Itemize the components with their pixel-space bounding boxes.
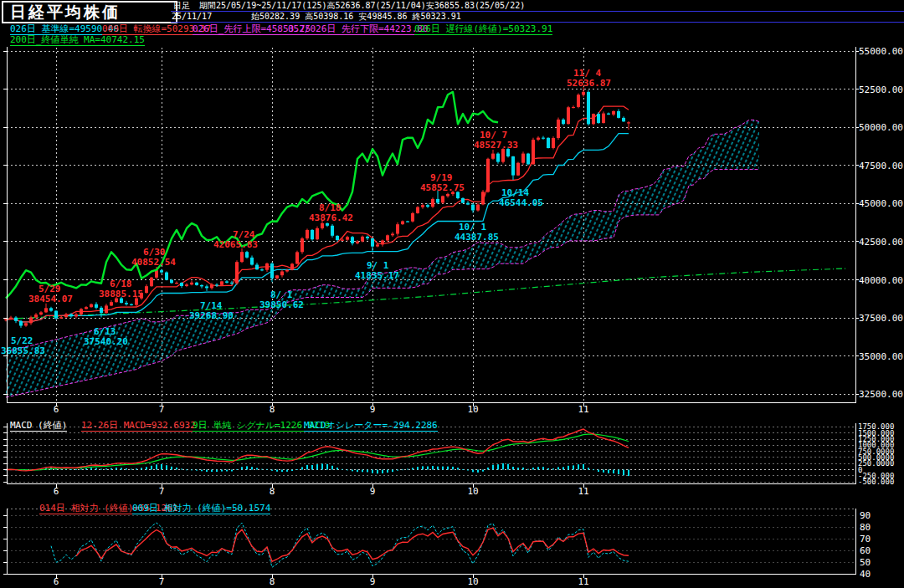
svg-text:7: 7 [159, 486, 165, 497]
svg-text:10: 10 [467, 576, 478, 587]
svg-text:50000.00: 50000.00 [859, 122, 903, 133]
svg-text:37500.00: 37500.00 [859, 313, 903, 324]
svg-text:35000.00: 35000.00 [859, 351, 903, 362]
page-title-text: 日経平均株価 [10, 3, 121, 21]
svg-text:38885.15: 38885.15 [99, 289, 143, 299]
svg-text:42065.83: 42065.83 [213, 239, 258, 250]
svg-text:11: 11 [578, 486, 588, 497]
svg-text:36855.83: 36855.83 [1, 345, 45, 356]
header-period-row: 日足 期間25/05/19~25/11/17(125)高52636.87(25/… [171, 1, 904, 12]
legend-item: 026日 遅行線(終値)=50323.91 [414, 24, 552, 35]
svg-text:7: 7 [159, 576, 165, 587]
legend-item: 200日_終値単純 MA=40742.15 [10, 35, 145, 46]
svg-text:9: 9 [370, 404, 376, 415]
svg-text:40852.54: 40852.54 [131, 257, 176, 268]
macd-legend: MACD (終値)12-26日 MACD=932.69329日 単純 シグナル=… [0, 421, 904, 432]
svg-text:-500.000: -500.000 [858, 478, 894, 486]
svg-text:55000.00: 55000.00 [859, 46, 903, 57]
svg-text:46544.05: 46544.05 [499, 197, 543, 208]
period-type-label: 日足 [173, 1, 190, 11]
svg-text:50: 50 [860, 557, 871, 568]
legend-item: 12-26日 MACD=932.6932 [81, 421, 196, 432]
svg-text:11: 11 [578, 404, 588, 415]
svg-text:52636.87: 52636.87 [567, 78, 611, 89]
svg-text:7: 7 [159, 404, 165, 415]
svg-text:40: 40 [860, 569, 871, 580]
svg-text:32500.00: 32500.00 [859, 389, 903, 400]
rsi-legend: 014日 相対力 (終値)=55.1261009日 相対力 (終値)=50.15… [0, 504, 904, 514]
svg-text:250.0000: 250.0000 [858, 459, 894, 468]
ichimoku-legend-row2: 200日_終値単純 MA=40742.15 [0, 35, 904, 46]
stock-chart-screen: 5/2236855.835/2938454.076/1337540.206/18… [0, 0, 904, 588]
quote-date: 25/11/17 [172, 12, 212, 22]
svg-text:38454.07: 38454.07 [28, 294, 73, 304]
svg-text:52500.00: 52500.00 [859, 84, 903, 95]
svg-text:40000.00: 40000.00 [859, 275, 903, 286]
period-info-text: 期間25/05/19~25/11/17(125)高52636.87(25/11/… [199, 1, 525, 11]
svg-text:45852.75: 45852.75 [420, 182, 465, 193]
header-quote-row: 25/11/17 始50282.39 高50398.16 安49845.86 終… [171, 12, 904, 23]
svg-text:8: 8 [270, 576, 275, 587]
quote-ohlc: 始50282.39 高50398.16 安49845.86 終50323.91 [251, 12, 461, 22]
svg-text:39850.62: 39850.62 [259, 299, 304, 310]
svg-text:41835.17: 41835.17 [355, 270, 399, 281]
svg-text:37540.20: 37540.20 [84, 336, 128, 347]
rsi-frame [7, 509, 855, 574]
svg-text:80: 80 [860, 522, 871, 533]
svg-text:11: 11 [578, 576, 588, 587]
legend-item: 009日 相対力 (終値)=50.1574 [132, 504, 270, 514]
svg-text:60: 60 [860, 545, 871, 556]
svg-text:8: 8 [270, 404, 275, 415]
svg-text:47500.00: 47500.00 [859, 161, 903, 171]
svg-text:44387.85: 44387.85 [455, 232, 499, 243]
page-title: 日経平均株価 [2, 1, 177, 23]
svg-text:6: 6 [54, 486, 59, 497]
legend-item: MACD (終値) [10, 421, 67, 432]
svg-text:6: 6 [54, 576, 59, 587]
svg-text:45000.00: 45000.00 [859, 198, 903, 209]
svg-text:6: 6 [54, 404, 59, 415]
rsi-panel: 90807060504067891011 [3, 509, 871, 587]
ichimoku-cloud [6, 120, 759, 397]
svg-text:10: 10 [467, 486, 478, 497]
price-annotations: 5/2236855.835/2938454.076/1337540.206/18… [1, 68, 611, 356]
svg-text:9: 9 [370, 576, 376, 587]
chart-canvas: 5/2236855.835/2938454.076/1337540.206/18… [0, 0, 904, 588]
svg-text:8: 8 [270, 486, 275, 497]
svg-text:48527.33: 48527.33 [474, 140, 518, 151]
macd-panel: 1750.0001500.0001250.0001000.000750.0000… [3, 422, 894, 497]
svg-text:10: 10 [467, 404, 478, 415]
legend-item: MACDオシレーター=-294.2286 [304, 421, 438, 432]
svg-text:39268.90: 39268.90 [189, 310, 234, 321]
price-panel: 5/2236855.835/2938454.076/1337540.206/18… [1, 46, 903, 415]
svg-text:42500.00: 42500.00 [859, 237, 903, 248]
svg-text:9: 9 [370, 486, 376, 497]
svg-text:43876.42: 43876.42 [309, 212, 353, 223]
legend-item: 052/026日 先行下限=44223.80 [288, 24, 429, 35]
svg-text:70: 70 [860, 534, 871, 545]
